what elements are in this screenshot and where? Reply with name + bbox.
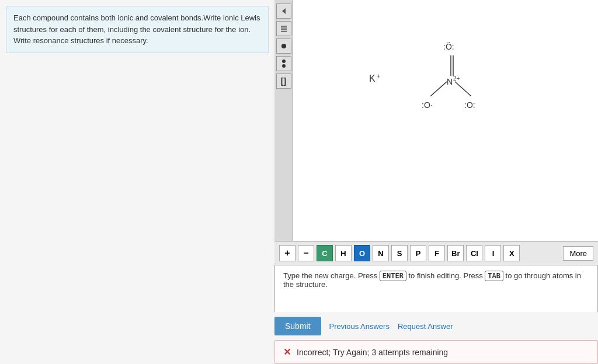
element-f-btn[interactable]: F: [429, 245, 445, 261]
element-i-btn[interactable]: I: [485, 245, 501, 261]
double-dot-btn[interactable]: [276, 56, 291, 71]
action-row: Submit Previous Answers Request Answer: [274, 312, 598, 340]
hint-text-part1: Type the new charge. Press: [283, 271, 380, 280]
k-charge: +: [377, 72, 380, 79]
hint-text-part2: to finish editing. Press: [406, 271, 485, 280]
element-x-btn[interactable]: X: [503, 245, 520, 261]
prev-answers-link[interactable]: Previous Answers: [329, 322, 390, 331]
error-message: Incorrect; Try Again; 3 attempts remaini…: [297, 348, 448, 357]
k-label: K: [369, 74, 376, 83]
minus-button[interactable]: −: [298, 245, 314, 261]
instruction-text: Each compound contains both ionic and co…: [13, 13, 260, 45]
drawing-area-wrapper: [] K +: [274, 0, 598, 241]
svg-text:2+: 2+: [453, 75, 460, 82]
tab-key-label: TAB: [485, 271, 503, 281]
element-cl-btn[interactable]: Cl: [466, 245, 482, 261]
svg-text::O:: :O:: [464, 100, 475, 110]
svg-line-7: [430, 82, 447, 96]
submit-button[interactable]: Submit: [274, 317, 321, 335]
plus-button[interactable]: +: [279, 245, 295, 261]
right-panel: [] K +: [274, 0, 598, 364]
arrow-back-btn[interactable]: [276, 4, 291, 19]
enter-key-label: ENTER: [380, 271, 406, 281]
svg-text::O·: :O·: [422, 100, 433, 110]
lines-icon-btn[interactable]: [276, 21, 291, 36]
single-dot-btn[interactable]: [276, 38, 291, 54]
svg-marker-0: [282, 8, 286, 14]
element-h-btn[interactable]: H: [335, 245, 352, 261]
instruction-box: Each compound contains both ionic and co…: [6, 6, 269, 53]
molecule-display: K + :Ö: N 2+ :O·: [340, 23, 562, 175]
more-button[interactable]: More: [563, 246, 593, 261]
bracket-btn[interactable]: []: [276, 74, 291, 89]
bottom-toolbar: + − C H O N S P F Br Cl I X More: [274, 241, 598, 265]
left-panel: Each compound contains both ionic and co…: [0, 0, 274, 364]
svg-line-8: [455, 82, 471, 96]
element-p-btn[interactable]: P: [410, 245, 426, 261]
draw-canvas[interactable]: K + :Ö: N 2+ :O·: [293, 0, 598, 241]
element-br-btn[interactable]: Br: [447, 245, 464, 261]
svg-text::Ö:: :Ö:: [443, 41, 454, 51]
request-answer-link[interactable]: Request Answer: [398, 322, 453, 331]
element-n-btn[interactable]: N: [373, 245, 389, 261]
element-o-btn[interactable]: O: [354, 245, 370, 261]
side-tools: []: [274, 0, 293, 241]
element-c-btn[interactable]: C: [317, 245, 333, 261]
svg-text:N: N: [447, 77, 453, 86]
error-icon: ✕: [283, 346, 291, 358]
element-s-btn[interactable]: S: [391, 245, 408, 261]
hint-box: Type the new charge. Press ENTER to fini…: [274, 265, 598, 312]
error-box: ✕ Incorrect; Try Again; 3 attempts remai…: [274, 340, 598, 364]
